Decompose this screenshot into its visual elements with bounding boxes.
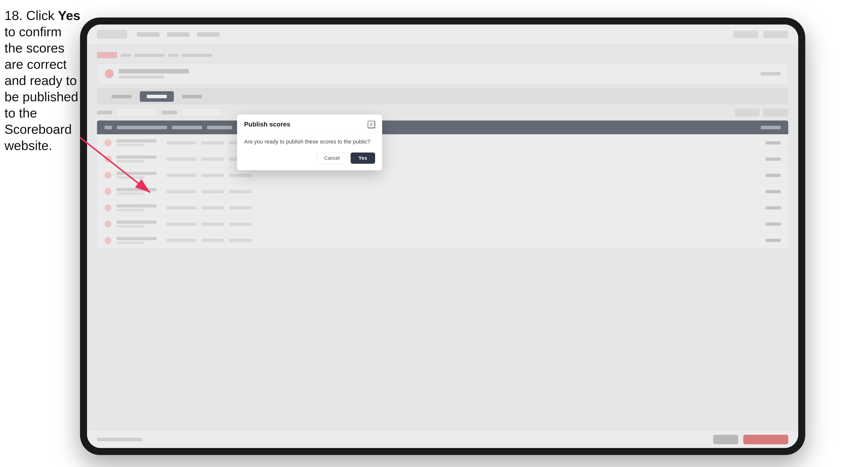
publish-scores-modal: Publish scores × Are you ready to publis… xyxy=(237,115,382,170)
bold-yes: Yes xyxy=(58,8,81,23)
modal-body: Are you ready to publish these scores to… xyxy=(237,133,382,170)
modal-close-button[interactable]: × xyxy=(368,121,375,128)
modal-header: Publish scores × xyxy=(237,115,382,133)
instruction-block: 18. Click Yes to confirm the scores are … xyxy=(4,7,82,154)
modal-overlay: Publish scores × Are you ready to publis… xyxy=(87,25,798,448)
tablet-screen: Publish scores × Are you ready to publis… xyxy=(87,25,798,448)
modal-title: Publish scores xyxy=(244,121,290,128)
modal-message-text: Are you ready to publish these scores to… xyxy=(244,138,375,145)
modal-actions: Cancel Yes xyxy=(244,153,375,164)
modal-yes-button[interactable]: Yes xyxy=(350,153,375,164)
step-number: 18. xyxy=(4,8,23,23)
app-screen: Publish scores × Are you ready to publis… xyxy=(87,25,798,448)
modal-cancel-button[interactable]: Cancel xyxy=(317,153,347,164)
tablet-device: Publish scores × Are you ready to publis… xyxy=(80,18,805,455)
